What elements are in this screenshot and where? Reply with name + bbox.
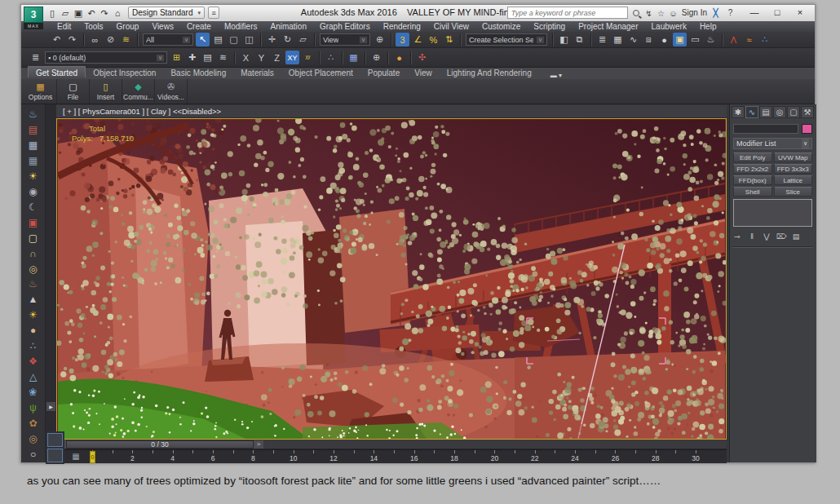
tab-motion[interactable]: ◎ <box>773 106 786 118</box>
menu-civil-view[interactable]: Civil View <box>427 21 475 32</box>
rendered-frame-icon[interactable]: ▭ <box>688 33 702 46</box>
select-object-icon[interactable]: ↖ <box>196 33 210 46</box>
favorites-icon[interactable]: ☆ <box>655 7 667 20</box>
menu-create[interactable]: Create <box>180 21 218 32</box>
material-editor-icon[interactable]: ● <box>657 33 671 46</box>
select-scale-icon[interactable]: ▱ <box>296 33 310 46</box>
ribbon-tab-get-started[interactable]: Get Started <box>28 66 86 77</box>
modifier-button-edit-poly[interactable]: Edit Poly <box>733 153 772 162</box>
viewport-label[interactable]: [ + ] [ PhysCamera001 ] [ Clay ] <<Disab… <box>56 105 727 118</box>
next-frame-button[interactable]: > <box>254 440 263 449</box>
crosshair-tool-icon[interactable]: ⊕ <box>369 51 383 64</box>
select-move-icon[interactable]: ✛ <box>265 33 279 46</box>
pyramid-icon[interactable]: △ <box>24 369 42 384</box>
scatter-tool-icon[interactable]: ∴ <box>324 51 338 64</box>
sphere-icon[interactable]: ● <box>24 323 42 338</box>
make-unique-icon[interactable]: ⋁ <box>761 231 772 241</box>
menu-animation[interactable]: Animation <box>263 21 312 32</box>
viewport[interactable]: TotalPolys: 7,158,710 <box>56 118 727 440</box>
reference-coordinate-dropdown[interactable]: View∨ <box>320 33 370 46</box>
plugin-b-icon[interactable]: ≈ <box>742 33 756 46</box>
search-icon[interactable] <box>630 7 643 19</box>
modifier-list-dropdown[interactable]: Modifier List∨ <box>733 138 812 149</box>
maximize-button[interactable]: □ <box>766 5 789 20</box>
spinner-snap-icon[interactable]: ⇅ <box>442 33 456 46</box>
modifier-button-ffd-2x2x2[interactable]: FFD 2x2x2 <box>733 164 772 174</box>
axis-xy-icon[interactable]: XY <box>285 51 299 64</box>
help-icon[interactable]: ? <box>724 7 736 19</box>
ribbon-tab-populate[interactable]: Populate <box>360 67 407 78</box>
menu-group[interactable]: Group <box>110 21 146 32</box>
mirror-icon[interactable]: ◧ <box>557 33 571 46</box>
expand-tray-icon[interactable]: ▶ <box>46 402 55 411</box>
exchange-apps-icon[interactable]: ╳ <box>710 7 722 19</box>
use-pivot-center-icon[interactable]: ⊕ <box>373 33 387 46</box>
time-slider-handle[interactable]: 0 / 30 <box>66 440 254 449</box>
ribbon-tab-object-placement[interactable]: Object Placement <box>281 67 360 78</box>
teapot-wire-icon[interactable]: ♨ <box>24 276 42 291</box>
white-ball-icon[interactable]: ○ <box>24 447 42 462</box>
search-input[interactable] <box>507 7 628 19</box>
redo-icon[interactable]: ↷ <box>98 7 111 20</box>
rain-particles-icon[interactable]: ∴ <box>24 338 42 353</box>
remove-modifier-icon[interactable]: ⌦ <box>776 231 787 241</box>
modifier-button-ffd-box-[interactable]: FFD(box) <box>733 175 772 185</box>
ribbon-overflow-icon[interactable]: ▬ ▾ <box>547 72 565 79</box>
lightbulb-icon[interactable]: ☀ <box>24 169 42 183</box>
modifier-stack-list[interactable] <box>733 199 812 227</box>
sign-in-user-icon[interactable]: ☺ <box>667 7 679 20</box>
ring-light-icon[interactable]: ◎ <box>24 262 42 276</box>
select-by-name-icon[interactable]: ▤ <box>211 33 225 46</box>
ribbon-tab-object-inspection[interactable]: Object Inspection <box>86 67 163 78</box>
moon-icon[interactable]: ☾ <box>24 200 42 214</box>
menu-laubwerk[interactable]: Laubwerk <box>645 21 693 32</box>
bind-spacewarp-icon[interactable]: ≋ <box>119 33 133 46</box>
communication-center-icon[interactable]: ↯ <box>643 7 655 20</box>
mountain-icon[interactable]: ▲ <box>24 292 42 307</box>
grass-icon[interactable]: ψ <box>24 400 42 415</box>
menu-project-manager[interactable]: Project Manager <box>572 21 644 32</box>
open-file-icon[interactable]: ▱ <box>59 7 72 20</box>
sign-in-link[interactable]: Sign In <box>682 8 707 17</box>
select-link-icon[interactable]: ∞ <box>88 33 102 46</box>
sun-icon[interactable]: ☀ <box>24 307 42 322</box>
render-production-icon[interactable]: ♨ <box>704 33 718 46</box>
menu-customize[interactable]: Customize <box>475 21 527 32</box>
grid-tool-icon[interactable]: ▦ <box>347 51 360 64</box>
axis-xy-snap-icon[interactable]: ᵡʸ <box>301 51 315 64</box>
render-setup-icon[interactable]: ▣ <box>673 33 687 46</box>
unlink-selection-icon[interactable]: ⊘ <box>104 33 117 46</box>
selection-filter-dropdown[interactable]: All∨ <box>143 33 193 46</box>
data-sheet-b-icon[interactable]: ▦ <box>24 153 42 168</box>
select-rotate-icon[interactable]: ↻ <box>281 33 294 46</box>
menu-edit[interactable]: Edit <box>51 21 77 32</box>
menu-views[interactable]: Views <box>145 21 180 32</box>
redo-icon[interactable]: ↷ <box>65 33 79 46</box>
minimize-button[interactable]: — <box>743 5 766 20</box>
modifier-button-shell[interactable]: Shell <box>733 187 772 197</box>
mini-listener-script-pane[interactable] <box>47 449 63 462</box>
videos-button[interactable]: ✇Videos... <box>155 79 188 104</box>
manage-layers-icon[interactable]: ≣ <box>595 33 609 46</box>
project-folder-icon[interactable]: ⌂ <box>111 7 124 19</box>
current-layer-dropdown[interactable]: ▪ 0 (default)∨ <box>45 51 167 64</box>
axis-x-icon[interactable]: X <box>239 51 253 64</box>
menu-help[interactable]: Help <box>693 21 723 32</box>
track-bar[interactable]: ▦ 246810121416182022242628300 <box>64 449 727 463</box>
set-current-layer-icon[interactable]: ≋ <box>216 51 230 64</box>
atom-spheres-icon[interactable]: ❖ <box>24 354 42 369</box>
sphere-tool-icon[interactable]: ● <box>392 51 406 64</box>
modifier-button-ffd-3x3x3[interactable]: FFD 3x3x3 <box>774 164 813 174</box>
community-button[interactable]: ◆Commu... <box>122 79 155 104</box>
new-scene-icon[interactable]: ▯ <box>46 7 59 20</box>
axis-z-icon[interactable]: Z <box>270 51 284 64</box>
insert-button[interactable]: ▯Insert <box>90 79 122 104</box>
object-name-field[interactable] <box>733 124 798 134</box>
teapot-render-icon[interactable]: ♨ <box>24 107 42 122</box>
percent-snap-icon[interactable]: % <box>427 33 440 46</box>
mini-listener-macro-pane[interactable] <box>47 433 63 447</box>
window-crossing-icon[interactable]: ◫ <box>242 33 256 46</box>
curve-editor-icon[interactable]: ∿ <box>626 33 640 46</box>
close-button[interactable]: × <box>789 5 811 20</box>
schematic-view-icon[interactable]: ⧈ <box>642 33 656 46</box>
